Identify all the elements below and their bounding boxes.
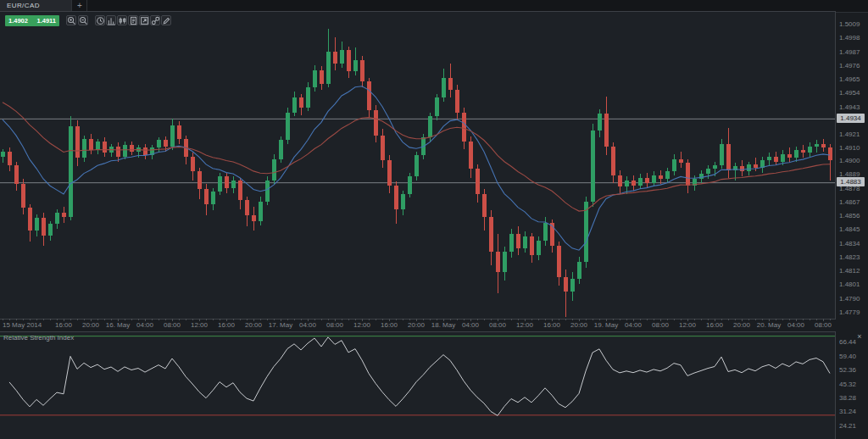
new-tab-button[interactable]: + (73, 0, 87, 12)
minor-time-tick (674, 319, 675, 320)
chart-type-button[interactable] (117, 15, 127, 25)
minor-time-tick (565, 319, 566, 320)
minor-time-tick (342, 319, 342, 320)
candle-body (767, 157, 771, 160)
indicators-button[interactable] (106, 15, 116, 25)
candle-body (713, 165, 717, 169)
draw-icon (162, 16, 171, 25)
minor-time-tick (294, 319, 295, 320)
candlestick-chart-svg[interactable] (0, 12, 835, 319)
minor-time-tick (23, 319, 24, 320)
timeframe-button[interactable] (95, 15, 105, 25)
rsi-tick-label: 52.36 (839, 366, 856, 374)
link-button[interactable] (150, 15, 160, 25)
zoom-out-button[interactable] (78, 15, 88, 25)
price-tick-label: 1.4801 (839, 281, 860, 288)
minor-time-tick (233, 319, 234, 320)
rsi-indicator-pane[interactable]: Relative Strength Index (0, 331, 836, 439)
minor-time-tick (423, 319, 424, 320)
candle-body (198, 171, 202, 189)
candle-body (469, 142, 473, 169)
minor-time-tick (287, 319, 288, 320)
minor-time-tick (782, 319, 783, 320)
major-time-tick (362, 319, 363, 321)
candle-body (686, 163, 690, 186)
minor-time-tick (84, 319, 85, 320)
minor-time-tick (599, 319, 600, 320)
time-axis[interactable]: 15 May 201416:0020:0016. May04:0008:0012… (0, 319, 835, 331)
minor-time-tick (450, 319, 451, 320)
rsi-close-button[interactable]: × (854, 331, 865, 342)
minor-time-tick (97, 319, 98, 320)
minor-time-tick (152, 319, 153, 320)
candle-body (577, 262, 581, 280)
candle-body (503, 252, 507, 272)
minor-time-tick (30, 319, 31, 320)
link-icon (151, 16, 160, 25)
template-button[interactable] (128, 15, 138, 25)
candle-body (509, 234, 514, 252)
minor-time-tick (131, 319, 132, 320)
minor-time-tick (159, 319, 159, 320)
minor-time-tick (376, 319, 376, 320)
candle-body (821, 144, 826, 147)
draw-button[interactable] (161, 15, 171, 25)
zoom-in-icon (67, 16, 76, 25)
rsi-chart-svg[interactable] (0, 332, 835, 439)
major-time-tick (769, 319, 770, 321)
candle-body (292, 97, 297, 113)
trading-platform-window: EUR/CAD + 1.4902 1.4911 1.50091.49981.49… (0, 0, 868, 439)
rsi-title: Relative Strength Index (3, 334, 74, 342)
minor-time-tick (572, 319, 573, 320)
major-time-tick (687, 319, 688, 321)
candle-body (177, 125, 181, 139)
rsi-axis: 66.4459.4052.3645.3238.2831.2424.21 (836, 331, 868, 439)
rsi-tick-label: 45.32 (839, 381, 856, 388)
major-time-tick (715, 319, 715, 321)
minor-time-tick (640, 319, 641, 320)
minor-time-tick (104, 319, 105, 320)
zoom-in-button[interactable] (66, 15, 76, 25)
price-tick-label: 1.4998 (839, 34, 860, 42)
price-axis[interactable]: 1.50091.49981.49871.49761.49651.49541.49… (836, 11, 868, 319)
minor-time-tick (457, 319, 458, 320)
minor-time-tick (816, 319, 817, 320)
minor-time-tick (776, 319, 776, 320)
candle-body (320, 70, 324, 84)
candle-body (204, 189, 209, 204)
tab-eurcad[interactable]: EUR/CAD (0, 0, 72, 12)
candle-body (28, 208, 32, 231)
candle-body (570, 279, 575, 292)
candle-body (96, 142, 100, 150)
minor-time-tick (721, 319, 722, 320)
price-tick-label: 1.5009 (839, 20, 860, 28)
candle-body (455, 90, 459, 113)
candle-body (496, 252, 500, 272)
price-tick-label: 1.4987 (839, 48, 860, 56)
minor-time-tick (328, 319, 329, 320)
candlestick-chart-pane[interactable]: 1.4902 1.4911 (0, 11, 836, 320)
major-time-tick (498, 319, 498, 321)
candle-body (754, 164, 758, 168)
candle-body (286, 113, 290, 141)
price-tick-label: 1.4867 (839, 198, 860, 206)
major-time-tick (226, 319, 227, 321)
price-tick-label: 1.4965 (839, 75, 860, 83)
candle-body (225, 176, 229, 187)
price-tick-label: 1.4943 (839, 103, 860, 111)
candle-body (665, 171, 670, 179)
minor-time-tick (314, 319, 315, 320)
minor-time-tick (260, 319, 261, 320)
candle-body (1, 152, 5, 157)
minor-time-tick (593, 319, 593, 320)
price-tick-label: 1.4910 (839, 144, 860, 152)
expand-button[interactable] (139, 15, 149, 25)
candle-body (774, 157, 778, 162)
candle-body (69, 126, 73, 216)
candle-body (706, 169, 710, 174)
minor-time-tick (301, 319, 302, 320)
minor-time-tick (681, 319, 682, 320)
rsi-line (9, 337, 830, 416)
minor-time-tick (213, 319, 214, 320)
bid-ask-quote-box[interactable]: 1.4902 1.4911 (5, 15, 59, 26)
